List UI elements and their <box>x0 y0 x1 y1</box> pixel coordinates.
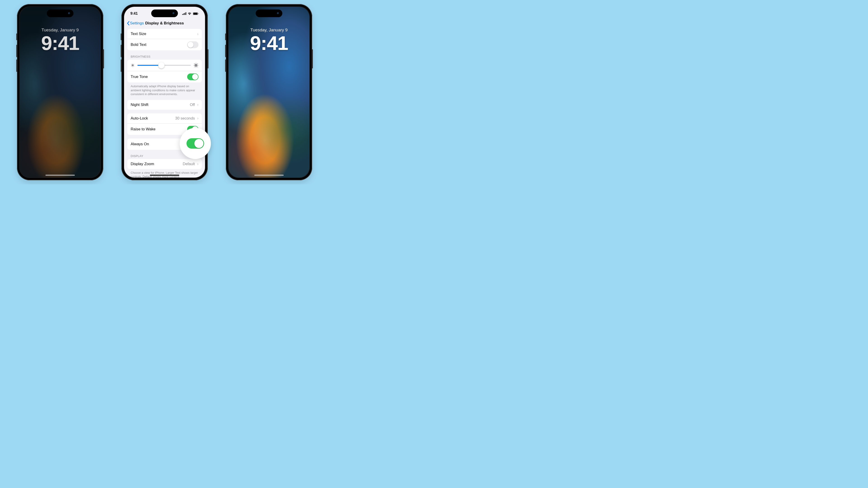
toggle-bold-text[interactable] <box>187 41 198 48</box>
svg-rect-5 <box>193 13 197 15</box>
lock-time: 9:41 <box>228 32 309 55</box>
row-value: Off <box>190 103 195 107</box>
row-display-zoom[interactable]: Display Zoom Default › <box>127 159 202 169</box>
wifi-icon <box>188 12 191 15</box>
group-display-zoom: Display Zoom Default › <box>127 159 202 169</box>
row-label: Bold Text <box>131 42 147 47</box>
cellular-icon <box>182 12 186 15</box>
chevron-right-icon: › <box>197 32 198 36</box>
status-time: 9:41 <box>130 11 138 15</box>
magnifier-callout <box>180 128 211 159</box>
row-night-shift[interactable]: Night Shift Off › <box>127 100 202 110</box>
home-indicator[interactable] <box>150 175 179 176</box>
dynamic-island <box>47 9 73 17</box>
battery-icon <box>193 12 199 15</box>
toggle-always-on-magnified[interactable] <box>186 138 204 149</box>
page-title: Display & Brightness <box>145 21 184 26</box>
row-label: Night Shift <box>131 103 148 107</box>
footer-display-zoom: Choose a view for iPhone. Larger Text sh… <box>127 169 202 177</box>
camera-icon <box>173 12 175 14</box>
nav-bar: Settings Display & Brightness <box>124 19 205 28</box>
brightness-slider[interactable] <box>137 65 191 66</box>
section-header-brightness: BRIGHTNESS <box>127 51 202 60</box>
phone-left-dimmed: Tuesday, January 9 9:41 <box>17 4 103 180</box>
row-label: True Tone <box>131 74 148 79</box>
chevron-right-icon: › <box>197 116 198 121</box>
footer-true-tone: Automatically adapt iPhone display based… <box>127 83 202 96</box>
row-label: Text Size <box>131 32 146 36</box>
row-value: 30 seconds <box>175 116 195 121</box>
svg-rect-3 <box>186 12 186 15</box>
dynamic-island <box>256 9 282 17</box>
row-true-tone[interactable]: True Tone <box>127 71 202 83</box>
dynamic-island <box>151 9 178 17</box>
chevron-left-icon <box>127 21 129 26</box>
svg-rect-0 <box>182 14 183 15</box>
row-value: Default <box>183 162 195 166</box>
row-label: Display Zoom <box>131 162 154 166</box>
camera-icon <box>277 12 279 14</box>
camera-icon <box>68 12 70 14</box>
phone-center-settings: 9:41 Settings Display & Brightness Text … <box>121 4 208 180</box>
toggle-true-tone[interactable] <box>187 73 198 80</box>
chevron-right-icon: › <box>197 102 198 107</box>
row-bold-text[interactable]: Bold Text <box>127 39 202 51</box>
back-label: Settings <box>130 21 144 26</box>
group-brightness: True Tone <box>127 60 202 83</box>
svg-rect-1 <box>183 13 184 15</box>
lock-time: 9:41 <box>20 32 101 55</box>
svg-rect-2 <box>184 13 185 15</box>
row-label: Always On <box>131 142 149 147</box>
row-auto-lock[interactable]: Auto-Lock 30 seconds › <box>127 113 202 123</box>
home-indicator[interactable] <box>254 175 284 176</box>
chevron-right-icon: › <box>197 162 198 166</box>
sun-high-icon <box>193 63 198 68</box>
home-indicator[interactable] <box>45 175 75 176</box>
row-brightness-slider[interactable] <box>127 60 202 71</box>
row-label: Raise to Wake <box>131 127 156 131</box>
row-text-size[interactable]: Text Size › <box>127 29 202 39</box>
back-button[interactable]: Settings <box>127 21 144 26</box>
phone-right-bright: Tuesday, January 9 9:41 <box>226 4 312 180</box>
group-night-shift: Night Shift Off › <box>127 100 202 110</box>
svg-rect-6 <box>198 13 199 14</box>
group-text: Text Size › Bold Text <box>127 29 202 51</box>
sun-low-icon <box>131 63 135 67</box>
row-label: Auto-Lock <box>131 116 148 121</box>
